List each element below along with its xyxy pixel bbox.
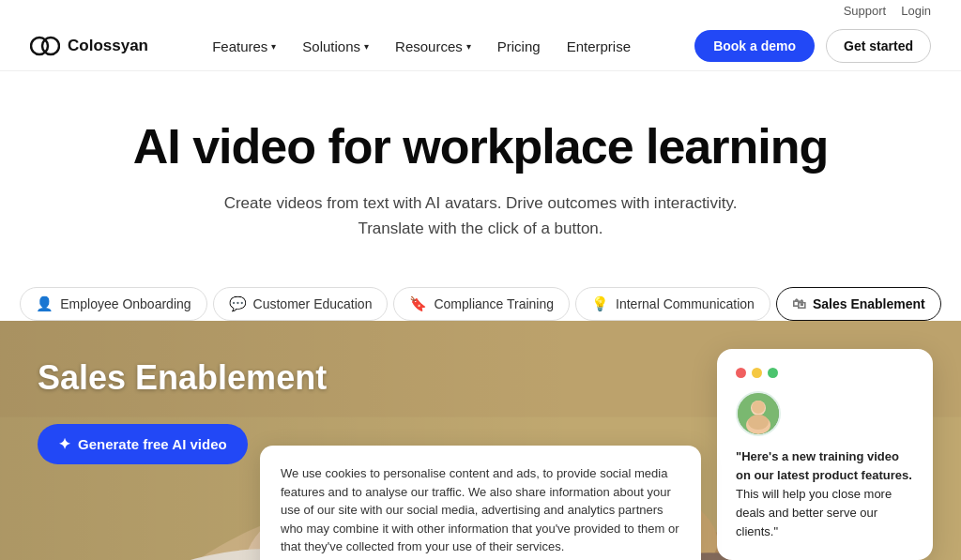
avatar	[736, 391, 781, 436]
hero-heading: AI video for workplace learning	[19, 120, 942, 174]
svg-point-15	[748, 415, 769, 430]
support-link[interactable]: Support	[844, 4, 887, 18]
get-started-button[interactable]: Get started	[826, 29, 931, 63]
generate-ai-video-button[interactable]: ✦ Generate free AI video	[38, 424, 248, 464]
card-dots	[736, 368, 914, 378]
dot-yellow	[752, 368, 762, 378]
tab-customer-education[interactable]: 💬 Customer Education	[213, 287, 389, 321]
svg-point-14	[752, 401, 765, 414]
cookie-text: We use cookies to personalise content an…	[281, 464, 680, 556]
book-demo-button[interactable]: Book a demo	[694, 30, 815, 62]
tab-compliance-training[interactable]: 🔖 Compliance Training	[393, 287, 570, 321]
communication-icon: 💡	[591, 295, 609, 312]
category-tabs: 👤 Employee Onboarding 💬 Customer Educati…	[0, 268, 961, 321]
testimonial-card: "Here's a new training video on our late…	[717, 349, 933, 560]
nav-solutions[interactable]: Solutions▾	[302, 38, 369, 54]
onboarding-icon: 👤	[36, 295, 53, 312]
nav-features[interactable]: Features▾	[212, 38, 276, 54]
tab-label: Sales Enablement	[813, 296, 925, 311]
solutions-caret-icon: ▾	[364, 41, 369, 52]
nav-actions: Book a demo Get started	[694, 29, 931, 63]
star-icon: ✦	[58, 435, 70, 453]
tab-internal-communication[interactable]: 💡 Internal Communication	[575, 287, 770, 321]
login-link[interactable]: Login	[901, 4, 931, 18]
nav-links: Features▾ Solutions▾ Resources▾ Pricing …	[212, 38, 631, 54]
logo-text: Colossyan	[68, 37, 148, 55]
dot-red	[736, 368, 746, 378]
hero-text-section: AI video for workplace learning Create v…	[0, 71, 961, 268]
features-caret-icon: ▾	[271, 41, 276, 52]
tab-label: Employee Onboarding	[60, 296, 191, 311]
navbar: Colossyan Features▾ Solutions▾ Resources…	[0, 22, 961, 71]
cookie-banner: We use cookies to personalise content an…	[260, 446, 701, 560]
compliance-icon: 🔖	[409, 295, 427, 312]
tab-sales-enablement[interactable]: 🛍 Sales Enablement	[776, 287, 941, 321]
card-quote: "Here's a new training video on our late…	[736, 447, 914, 542]
topbar: Support Login	[0, 0, 961, 22]
logo[interactable]: Colossyan	[30, 31, 148, 61]
tab-employee-onboarding[interactable]: 👤 Employee Onboarding	[20, 287, 206, 321]
nav-resources[interactable]: Resources▾	[395, 38, 471, 54]
education-icon: 💬	[229, 295, 247, 312]
svg-point-1	[42, 38, 59, 54]
tab-label: Internal Communication	[616, 296, 755, 311]
tab-label: Compliance Training	[434, 296, 554, 311]
sales-icon: 🛍	[792, 295, 806, 311]
nav-pricing[interactable]: Pricing	[497, 38, 541, 54]
hero-image-section: Sales Enablement ✦ Generate free AI vide…	[0, 321, 961, 560]
hero-subtext: Create videos from text with AI avatars.…	[19, 190, 942, 241]
tab-label: Customer Education	[253, 296, 373, 311]
nav-enterprise[interactable]: Enterprise	[567, 38, 631, 54]
dot-green	[768, 368, 778, 378]
hero-section-title: Sales Enablement	[38, 358, 327, 398]
resources-caret-icon: ▾	[466, 41, 471, 52]
